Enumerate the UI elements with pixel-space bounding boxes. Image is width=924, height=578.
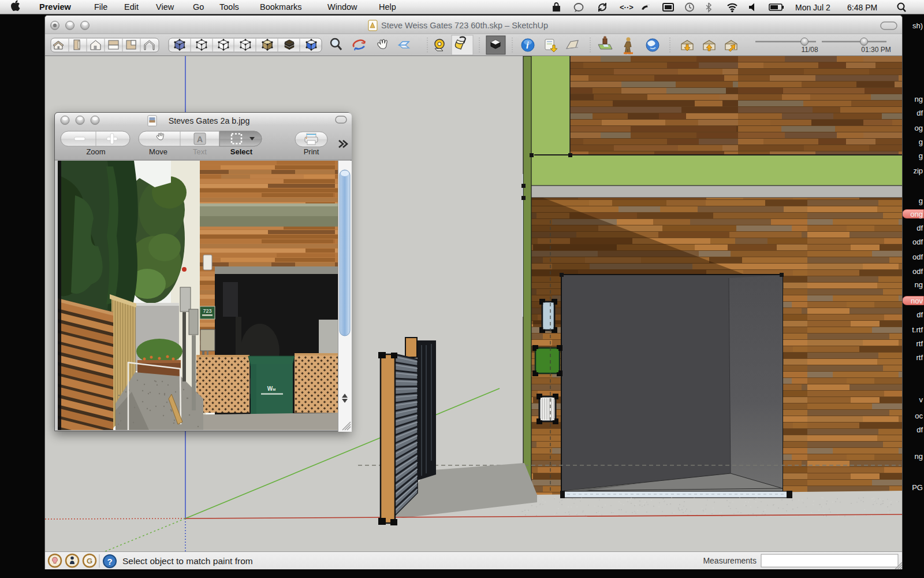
svg-text:Mon Jul 2: Mon Jul 2 [795,3,830,12]
svg-text:Print: Print [304,147,319,156]
svg-text:G: G [87,557,92,565]
svg-text:Zoom: Zoom [86,147,105,156]
svg-text:Steve Weiss Gates 723 60th.skp: Steve Weiss Gates 723 60th.skp – SketchU… [381,21,548,30]
svg-text:Text: Text [193,147,207,156]
svg-text:<··>: <··> [620,3,634,12]
svg-text:Steves Gates 2a b.jpg: Steves Gates 2a b.jpg [169,116,250,125]
svg-text:723: 723 [203,308,211,314]
svg-text:6:48 PM: 6:48 PM [847,3,877,12]
svg-text:···: ··· [646,3,650,6]
svg-text:Select object to match paint f: Select object to match paint from [122,556,253,566]
svg-text:Measurements: Measurements [703,556,757,565]
svg-text:i: i [526,40,529,50]
svg-text:01:30 PM: 01:30 PM [861,46,891,54]
svg-text:Move: Move [149,147,167,156]
svg-text:A: A [197,135,203,144]
svg-text:Select: Select [230,147,253,156]
svg-text:11/08: 11/08 [801,46,818,54]
svg-text:?: ? [107,557,112,566]
